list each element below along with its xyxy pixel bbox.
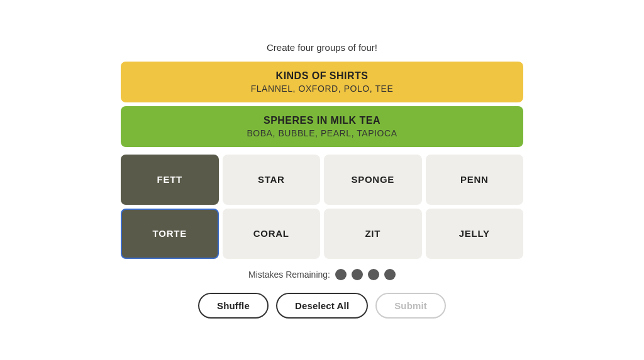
mistake-dot-2 — [352, 269, 363, 280]
solved-card-yellow-items: FLANNEL, OXFORD, POLO, TEE — [133, 84, 511, 94]
buttons-row: Shuffle Deselect All Submit — [198, 293, 446, 319]
shuffle-button[interactable]: Shuffle — [198, 293, 269, 319]
instruction-text: Create four groups of four! — [267, 42, 377, 53]
solved-card-green-title: SPHERES IN MILK TEA — [133, 115, 511, 126]
grid-cell-torte[interactable]: TORTE — [121, 209, 219, 259]
word-grid: FETT STAR SPONGE PENN TORTE CORAL ZIT JE… — [121, 155, 523, 259]
submit-button[interactable]: Submit — [375, 293, 446, 319]
grid-cell-sponge[interactable]: SPONGE — [324, 155, 422, 205]
solved-card-green: SPHERES IN MILK TEA BOBA, BUBBLE, PEARL,… — [121, 106, 523, 147]
grid-cell-coral[interactable]: CORAL — [223, 209, 321, 259]
solved-groups: KINDS OF SHIRTS FLANNEL, OXFORD, POLO, T… — [121, 62, 523, 147]
solved-card-yellow: KINDS OF SHIRTS FLANNEL, OXFORD, POLO, T… — [121, 62, 523, 102]
grid-cell-zit[interactable]: ZIT — [324, 209, 422, 259]
grid-cell-fett[interactable]: FETT — [121, 155, 219, 205]
solved-card-green-items: BOBA, BUBBLE, PEARL, TAPIOCA — [133, 128, 511, 138]
deselect-all-button[interactable]: Deselect All — [276, 293, 368, 319]
grid-cell-penn[interactable]: PENN — [426, 155, 524, 205]
mistake-dot-3 — [368, 269, 379, 280]
game-container: Create four groups of four! KINDS OF SHI… — [121, 42, 523, 319]
mistakes-row: Mistakes Remaining: — [248, 269, 396, 280]
mistakes-label: Mistakes Remaining: — [248, 270, 330, 280]
solved-card-yellow-title: KINDS OF SHIRTS — [133, 70, 511, 82]
grid-cell-star[interactable]: STAR — [223, 155, 321, 205]
grid-cell-jelly[interactable]: JELLY — [426, 209, 524, 259]
mistake-dot-4 — [384, 269, 396, 280]
mistake-dot-1 — [335, 269, 347, 280]
